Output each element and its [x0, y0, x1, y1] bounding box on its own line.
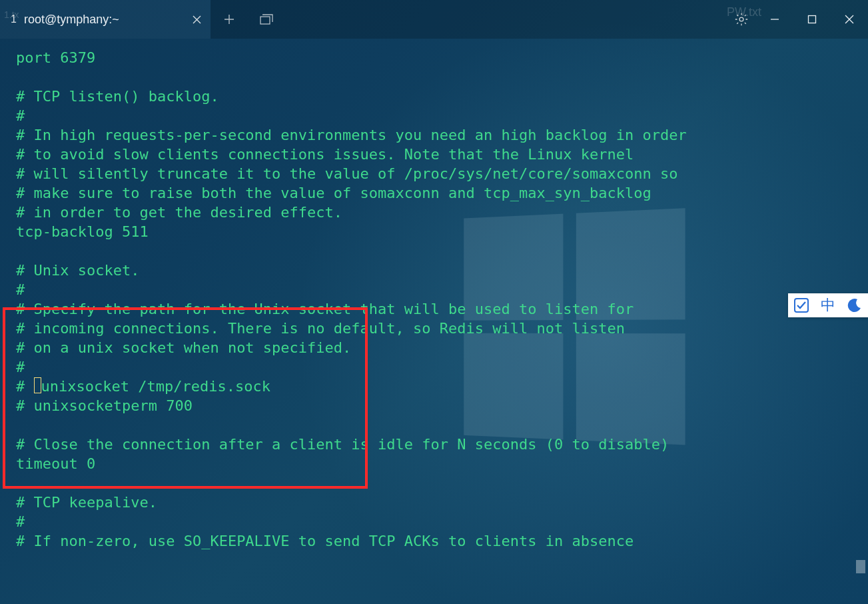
ime-lang-indicator[interactable]: 中: [821, 295, 835, 315]
terminal-line: [16, 415, 841, 435]
tab-title: root@tymphany:~: [24, 13, 119, 27]
terminal-line: # incoming connections. There is no defa…: [16, 319, 841, 338]
terminal-line: #: [16, 357, 841, 377]
close-icon: [845, 15, 854, 24]
tab-close-button[interactable]: [183, 0, 211, 39]
terminal-line: # TCP keepalive.: [16, 493, 841, 512]
terminal-line: port 6379: [16, 48, 841, 67]
window-stack-icon: [260, 14, 273, 25]
terminal-line: [16, 473, 841, 493]
terminal-line: # to avoid slow clients connections issu…: [16, 145, 841, 164]
terminal-line: tcp-backlog 511: [16, 222, 841, 241]
terminal-line: # make sure to raise both the value of s…: [16, 183, 841, 203]
terminal-line: # In high requests-per-second environmen…: [16, 125, 841, 145]
terminal-line: # TCP listen() backlog.: [16, 87, 841, 106]
scrollbar[interactable]: [855, 39, 867, 604]
terminal-line: #: [16, 280, 841, 299]
svg-rect-2: [809, 16, 816, 23]
ime-check-icon[interactable]: [793, 297, 809, 313]
svg-rect-3: [795, 299, 808, 312]
titlebar: 1.tx 1 root@tymphany:~ PW.txt: [0, 0, 868, 39]
terminal-line-cursor: # unixsocket /tmp/redis.sock: [16, 377, 841, 396]
minimize-icon: [770, 15, 779, 24]
tab-active[interactable]: 1.tx 1 root@tymphany:~: [0, 0, 211, 39]
svg-point-1: [739, 17, 743, 21]
tab-bg-hint: 1.tx: [4, 9, 19, 20]
terminal-line: # unixsocketperm 700: [16, 396, 841, 415]
terminal-line: # Close the connection after a client is…: [16, 435, 841, 454]
terminal-line: [16, 241, 841, 261]
settings-button[interactable]: [727, 0, 756, 39]
moon-icon[interactable]: [847, 297, 863, 313]
new-tab-button[interactable]: [211, 0, 248, 39]
maximize-button[interactable]: [793, 0, 831, 39]
tab-dropdown-button[interactable]: [248, 0, 285, 39]
terminal-line: # Specify the path for the Unix socket t…: [16, 299, 841, 319]
maximize-icon: [807, 15, 817, 24]
scrollbar-thumb[interactable]: [856, 560, 865, 573]
minimize-button[interactable]: [756, 0, 793, 39]
terminal-content[interactable]: port 6379 # TCP listen() backlog.## In h…: [16, 48, 841, 591]
terminal-line: #: [16, 106, 841, 125]
terminal-line: # on a unix socket when not specified.: [16, 338, 841, 357]
close-icon: [193, 15, 201, 24]
terminal-line: # in order to get the desired effect.: [16, 203, 841, 222]
svg-rect-0: [260, 17, 270, 24]
ime-toolbar[interactable]: 中: [788, 293, 868, 317]
gear-icon: [734, 12, 749, 27]
plus-icon: [224, 14, 234, 25]
cursor: [34, 377, 41, 393]
terminal-line: # If non-zero, use SO_KEEPALIVE to send …: [16, 531, 841, 551]
terminal-line: [16, 67, 841, 87]
titlebar-rest: PW.txt: [211, 0, 868, 39]
terminal-line: # Unix socket.: [16, 261, 841, 280]
terminal-line: timeout 0: [16, 454, 841, 473]
terminal-line: #: [16, 512, 841, 531]
terminal-line: # will silently truncate it to the value…: [16, 164, 841, 183]
close-window-button[interactable]: [831, 0, 868, 39]
